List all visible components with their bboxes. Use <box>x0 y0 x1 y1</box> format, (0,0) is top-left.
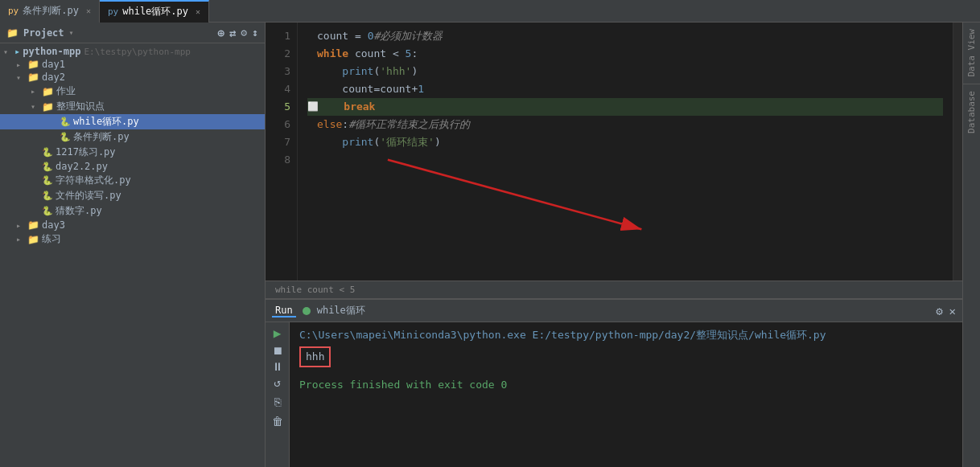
close-panel-icon[interactable]: ✕ <box>949 305 956 317</box>
tree-item-zuoye[interactable]: ▸ 📁 作业 <box>0 84 265 99</box>
code-line-3: print('hhh') <box>307 63 943 80</box>
line-num-7: 7 <box>266 133 297 151</box>
conditions-file-label: 条件判断.py <box>73 130 130 144</box>
day1-label: day1 <box>42 59 65 70</box>
strformat-label: 字符串格式化.py <box>56 174 131 187</box>
1217-label: 1217练习.py <box>56 145 116 159</box>
editor-scrollbar[interactable] <box>953 23 962 281</box>
code-line-8 <box>307 151 943 169</box>
scroll-console-button[interactable]: ⎘ <box>274 395 281 408</box>
settings-icon[interactable]: ⚙ <box>936 305 942 317</box>
line-num-3: 3 <box>266 63 297 80</box>
line-num-8: 8 <box>266 151 297 169</box>
stop-button[interactable]: ⏹ <box>272 344 283 357</box>
console-command-line: C:\Users\mapei\Miniconda3\python.exe E:/… <box>299 327 953 343</box>
sidebar: 📁 Project ▾ ⊕ ⇄ ⚙ ↕ ▾ ▸ python-mpp E:\te… <box>0 23 266 467</box>
bottom-panel: Run while循环 ⚙ ✕ ▶ ⏹ ⏸ <box>266 298 962 467</box>
line-numbers: 1 2 3 4 5 6 7 8 <box>266 23 298 281</box>
tab-conditions[interactable]: py 条件判断.py ✕ <box>0 0 100 23</box>
code-line-7: print('循环结束') <box>307 133 943 151</box>
folder-icon: ▸ <box>14 46 20 57</box>
arrow-icon: ▸ <box>16 221 27 230</box>
play-button[interactable]: ▶ <box>274 326 282 341</box>
database-label[interactable]: Database <box>965 84 978 140</box>
toolbar-sync[interactable]: ⇄ <box>229 27 236 39</box>
sidebar-tree: ▾ ▸ python-mpp E:\testpy\python-mpp ▸ 📁 … <box>0 43 265 467</box>
code-editor: 1 2 3 4 5 6 7 8 <box>266 23 962 298</box>
tab-bar: py 条件判断.py ✕ py while循环.py ✕ <box>0 0 980 23</box>
arrow-icon: ▸ <box>31 87 42 96</box>
toolbar-expand[interactable]: ↕ <box>252 27 258 39</box>
folder-icon: 📁 <box>42 101 54 113</box>
line-num-6: 6 <box>266 116 297 133</box>
tree-item-strformat[interactable]: 🐍 字符串格式化.py <box>0 173 265 188</box>
file-icon: 🐍 <box>42 175 53 186</box>
code-line-2: while count < 5: <box>307 45 943 63</box>
folder-icon: 📁 <box>27 234 39 245</box>
console-highlighted-hhh: hhh <box>299 346 331 367</box>
tree-item-conditions[interactable]: 🐍 条件判断.py <box>0 129 265 145</box>
app-window: py 条件判断.py ✕ py while循环.py ✕ 📁 Project ▾… <box>0 0 980 467</box>
clear-button[interactable]: 🗑 <box>272 415 283 428</box>
tab-while-label: while循环.py <box>122 5 188 18</box>
editor-and-right: 1 2 3 4 5 6 7 8 <box>266 23 962 467</box>
tree-item-day1[interactable]: ▸ 📁 day1 <box>0 58 265 71</box>
tab-while-close[interactable]: ✕ <box>196 7 200 16</box>
tree-item-practice[interactable]: ▸ 📁 练习 <box>0 231 265 247</box>
bottom-panel-header: Run while循环 ⚙ ✕ <box>266 300 962 322</box>
root-path: E:\testpy\python-mpp <box>84 47 190 57</box>
file-icon: 🐍 <box>60 132 71 142</box>
file-icon: 🐍 <box>42 147 53 158</box>
tab-conditions-close[interactable]: ✕ <box>86 6 91 15</box>
tree-item-1217[interactable]: 🐍 1217练习.py <box>0 145 265 160</box>
tree-item-day22[interactable]: 🐍 day2.2.py <box>0 160 265 173</box>
knowledge-label: 整理知识点 <box>56 100 105 113</box>
tree-item-day3[interactable]: ▸ 📁 day3 <box>0 219 265 231</box>
toolbar-add[interactable]: ⊕ <box>217 27 224 39</box>
arrow-icon: ▾ <box>3 47 14 56</box>
status-text: while count < 5 <box>275 285 355 295</box>
day22-label: day2.2.py <box>56 161 108 172</box>
code-line-1: count = 0#必须加计数器 <box>307 27 943 45</box>
file-icon: 🐍 <box>42 162 53 172</box>
code-area[interactable]: count = 0#必须加计数器 while count < 5: prin <box>298 23 953 281</box>
tree-item-day2[interactable]: ▾ 📁 day2 <box>0 71 265 84</box>
day3-label: day3 <box>42 219 65 231</box>
file-icon: 🐍 <box>42 190 53 201</box>
status-bar: while count < 5 <box>266 281 962 298</box>
tree-item-knowledge[interactable]: ▾ 📁 整理知识点 <box>0 99 265 114</box>
right-sidebar: Data View Database <box>962 23 980 467</box>
dropdown-icon[interactable]: ▾ <box>69 28 74 37</box>
tree-item-fileio[interactable]: 🐍 文件的读写.py <box>0 188 265 203</box>
line-num-4: 4 <box>266 80 297 98</box>
console-output-hhh: hhh <box>299 346 953 367</box>
arrow-icon: ▸ <box>16 60 27 69</box>
folder-icon: 📁 <box>27 59 39 70</box>
editor-container: 1 2 3 4 5 6 7 8 <box>266 23 962 467</box>
rerun-button[interactable]: ↺ <box>274 376 280 389</box>
code-line-4: count=count+1 <box>307 80 943 98</box>
file-icon: 🐍 <box>42 206 53 216</box>
run-sidebar: ▶ ⏹ ⏸ ↺ ⎘ 🗑 <box>266 322 290 467</box>
line-num-2: 2 <box>266 45 297 63</box>
tree-item-while[interactable]: 🐍 while循环.py <box>0 114 265 129</box>
main-area: 📁 Project ▾ ⊕ ⇄ ⚙ ↕ ▾ ▸ python-mpp E:\te… <box>0 23 980 467</box>
pause-button[interactable]: ⏸ <box>272 360 283 373</box>
folder-icon: 📁 <box>42 86 54 97</box>
run-tab-label[interactable]: Run <box>272 305 296 317</box>
tree-item-guess[interactable]: 🐍 猜数字.py <box>0 203 265 219</box>
run-name: while循环 <box>317 304 365 317</box>
data-view-label[interactable]: Data View <box>965 23 978 84</box>
sidebar-header: 📁 Project ▾ ⊕ ⇄ ⚙ ↕ <box>0 23 265 43</box>
toolbar-settings[interactable]: ⚙ <box>241 27 247 39</box>
tab-while-py-icon: py <box>108 6 118 17</box>
code-line-5: ⬜ break <box>307 98 943 116</box>
console-output[interactable]: C:\Users\mapei\Miniconda3\python.exe E:/… <box>290 322 962 467</box>
console-process-end: Process finished with exit code 0 <box>299 377 953 393</box>
folder-icon: 📁 <box>6 27 19 39</box>
tree-item-root[interactable]: ▾ ▸ python-mpp E:\testpy\python-mpp <box>0 45 265 58</box>
console-command: C:\Users\mapei\Miniconda3\python.exe E:/… <box>299 329 826 341</box>
bottom-content: ▶ ⏹ ⏸ ↺ ⎘ 🗑 C:\Users\mapei\Miniconda3\py… <box>266 322 962 467</box>
folder-icon: 📁 <box>27 72 39 83</box>
tab-while[interactable]: py while循环.py ✕ <box>100 0 209 23</box>
